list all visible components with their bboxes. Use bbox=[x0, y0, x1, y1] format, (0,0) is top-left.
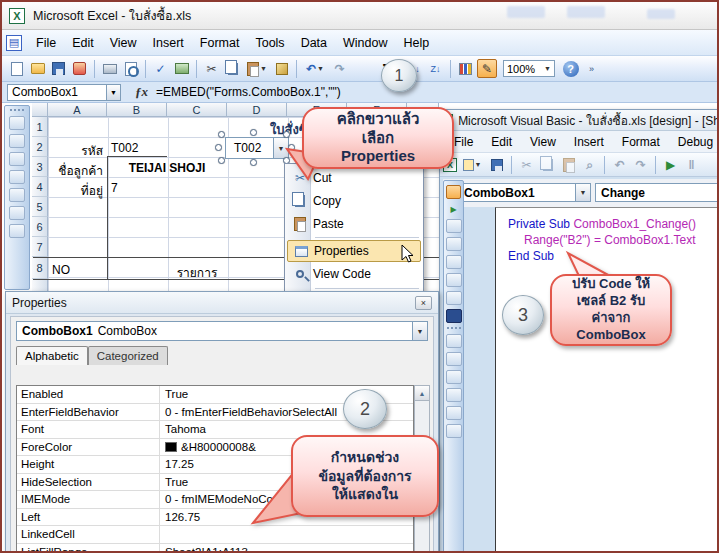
zoom-select[interactable]: 100%▼ bbox=[503, 60, 555, 77]
vb-properties-window-icon[interactable] bbox=[446, 352, 462, 366]
context-menu-copy[interactable]: Copy bbox=[287, 190, 421, 212]
vb-step-into-icon[interactable] bbox=[446, 273, 462, 287]
menu-tools[interactable]: Tools bbox=[247, 33, 292, 53]
cell-a2-label[interactable]: รหัส bbox=[48, 141, 103, 160]
vb-object-dropdown[interactable]: ComboBox1 ▼ bbox=[458, 183, 591, 202]
vb-menu-view[interactable]: View bbox=[522, 132, 564, 152]
chart-wizard-icon[interactable] bbox=[456, 59, 475, 78]
vertical-toolbar-icon-2[interactable] bbox=[9, 134, 25, 148]
selection-handle[interactable] bbox=[250, 129, 257, 136]
permission-icon[interactable] bbox=[70, 59, 89, 78]
vb-step-over-icon[interactable] bbox=[446, 291, 462, 305]
vb-pause-small-icon[interactable] bbox=[446, 219, 462, 233]
row-header-4[interactable]: 4 bbox=[32, 177, 48, 197]
sort-descending-icon[interactable]: Z↓ bbox=[426, 59, 445, 78]
select-all-corner[interactable] bbox=[32, 103, 48, 117]
redo-icon[interactable]: ↷ bbox=[330, 59, 349, 78]
cell-a4-label[interactable]: ที่อยู่ bbox=[48, 181, 103, 200]
copy-icon[interactable] bbox=[223, 59, 242, 78]
selection-handle[interactable] bbox=[283, 131, 290, 138]
vertical-toolbar-icon-7[interactable] bbox=[9, 224, 25, 238]
vb-copy-icon[interactable] bbox=[538, 155, 557, 174]
column-header-c[interactable]: C bbox=[167, 103, 227, 117]
scrollbar-up-icon[interactable]: ▲ bbox=[415, 386, 429, 401]
menu-edit[interactable]: Edit bbox=[64, 33, 102, 53]
vb-event-dropdown[interactable]: Change bbox=[595, 183, 719, 202]
row-header-5[interactable]: 5 bbox=[32, 197, 48, 217]
insert-function-icon[interactable]: ƒx bbox=[135, 84, 148, 100]
context-menu-cut[interactable]: ✂ Cut bbox=[287, 167, 421, 189]
vb-hand-icon[interactable] bbox=[446, 255, 462, 269]
property-row-linkedcell[interactable]: LinkedCell bbox=[17, 526, 413, 544]
name-box[interactable]: ComboBox1 bbox=[7, 84, 107, 101]
sheet-combobox[interactable]: T002 ▼ bbox=[225, 137, 289, 159]
vb-watch-icon[interactable] bbox=[446, 388, 462, 402]
vb-menu-debug[interactable]: Debug bbox=[670, 132, 719, 152]
vb-toolbox-selected-icon[interactable] bbox=[446, 309, 462, 323]
combobox-dropdown-icon[interactable]: ▼ bbox=[273, 138, 288, 158]
name-box-dropdown-icon[interactable]: ▼ bbox=[107, 84, 121, 101]
column-header-d[interactable]: D bbox=[227, 103, 287, 117]
cut-icon[interactable]: ✂ bbox=[202, 59, 221, 78]
selection-handle[interactable] bbox=[250, 159, 257, 166]
vb-undo-icon[interactable]: ↶ bbox=[610, 155, 629, 174]
vb-cut-icon[interactable]: ✂ bbox=[517, 155, 536, 174]
vb-run-icon[interactable]: ▶ bbox=[661, 155, 680, 174]
row-header-6[interactable]: 6 bbox=[32, 217, 48, 237]
vb-code-pane[interactable]: Private Sub ComboBox1_Change() Range("B2… bbox=[495, 207, 719, 553]
cell-b3-value[interactable]: TEIJAI SHOJI bbox=[107, 161, 227, 175]
undo-icon[interactable]: ↶▼ bbox=[302, 59, 328, 78]
vertical-toolbar-icon-6[interactable] bbox=[9, 206, 25, 220]
menu-insert[interactable]: Insert bbox=[145, 33, 192, 53]
toolbar-grip[interactable] bbox=[10, 109, 24, 112]
open-icon[interactable] bbox=[28, 59, 47, 78]
properties-object-dropdown[interactable]: ComboBox1 ComboBox ▼ bbox=[16, 321, 428, 341]
vb-project-explorer-icon[interactable] bbox=[446, 334, 462, 348]
spelling-icon[interactable]: ✓ bbox=[151, 59, 170, 78]
cell-b2-value[interactable]: T002 bbox=[111, 141, 138, 155]
help-icon[interactable]: ? bbox=[561, 59, 580, 78]
tab-categorized[interactable]: Categorized bbox=[88, 346, 168, 365]
row-header-2[interactable]: 2 bbox=[32, 137, 48, 157]
vertical-toolbar-icon-4[interactable] bbox=[9, 170, 25, 184]
toolbar-options-icon[interactable]: » bbox=[582, 59, 601, 78]
column-header-b[interactable]: B bbox=[107, 103, 167, 117]
vertical-toolbar-icon-1[interactable] bbox=[9, 116, 25, 130]
vb-pause-icon[interactable]: ‖ bbox=[682, 155, 701, 174]
vb-find-icon[interactable]: ⌕ bbox=[580, 155, 599, 174]
selection-handle[interactable] bbox=[288, 144, 295, 151]
research-icon[interactable] bbox=[172, 59, 191, 78]
menu-view[interactable]: View bbox=[102, 33, 145, 53]
row-header-8[interactable]: 8 bbox=[32, 257, 48, 279]
vb-object-browser-icon[interactable] bbox=[446, 370, 462, 384]
menu-file[interactable]: File bbox=[28, 33, 64, 53]
vb-stop-icon[interactable] bbox=[446, 237, 462, 251]
vb-indent-icon[interactable] bbox=[446, 406, 462, 420]
formula-text[interactable]: =EMBED("Forms.ComboBox.1","") bbox=[156, 85, 341, 99]
menu-data[interactable]: Data bbox=[293, 33, 335, 53]
vb-menu-format[interactable]: Format bbox=[614, 132, 668, 152]
vb-paste-icon[interactable] bbox=[559, 155, 578, 174]
menu-help[interactable]: Help bbox=[396, 33, 438, 53]
row-header-1[interactable]: 1 bbox=[32, 117, 48, 137]
selection-handle[interactable] bbox=[215, 144, 222, 151]
paste-icon[interactable]: ▼ bbox=[244, 59, 270, 78]
save-icon[interactable] bbox=[49, 59, 68, 78]
selection-handle[interactable] bbox=[218, 157, 225, 164]
vb-outdent-icon[interactable] bbox=[446, 424, 462, 438]
vb-redo-icon[interactable]: ↷ bbox=[631, 155, 650, 174]
selection-handle[interactable] bbox=[218, 131, 225, 138]
vb-save-icon[interactable] bbox=[487, 155, 506, 174]
tab-alphabetic[interactable]: Alphabetic bbox=[16, 346, 88, 365]
vb-menu-insert[interactable]: Insert bbox=[566, 132, 612, 152]
vertical-toolbar-icon-3[interactable] bbox=[9, 152, 25, 166]
cell-a3-label[interactable]: ชื่อลูกค้า bbox=[32, 161, 103, 180]
format-painter-icon[interactable] bbox=[272, 59, 291, 78]
vb-insert-userform-icon[interactable]: ▼ bbox=[459, 155, 485, 174]
column-header-a[interactable]: A bbox=[48, 103, 107, 117]
drawing-icon[interactable]: ✎ bbox=[477, 59, 497, 78]
context-menu-view-code[interactable]: View Code bbox=[287, 263, 421, 285]
hyperlink-icon[interactable] bbox=[351, 59, 375, 78]
vb-run-small-icon[interactable]: ▶ bbox=[447, 203, 461, 215]
print-preview-icon[interactable] bbox=[121, 59, 140, 78]
